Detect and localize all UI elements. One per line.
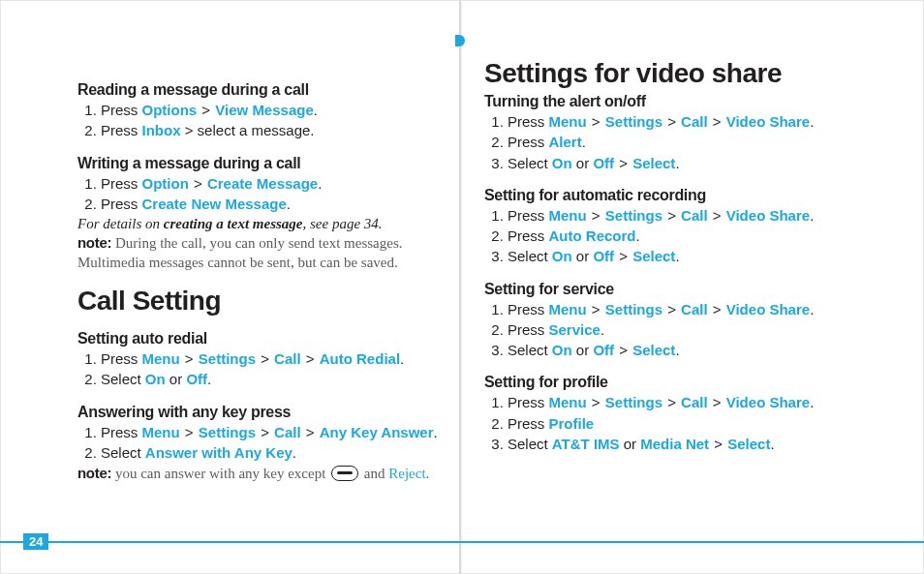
step-text: . [293, 444, 296, 461]
note-body: and [360, 466, 388, 481]
heading-call-setting: Call Setting [77, 286, 455, 317]
section-service-steps: Press Menu > Settings > Call > Video Sha… [502, 300, 862, 361]
path-separator: > [587, 113, 605, 130]
ui-path-token: On [552, 155, 572, 171]
ui-path-token: Menu [549, 394, 587, 410]
step-text: Select [101, 371, 145, 387]
step-text: . [434, 424, 438, 440]
step-text: . [810, 113, 814, 130]
ui-path-token: Options [142, 102, 198, 118]
ui-path-token: Create Message [207, 175, 318, 192]
left-column: Reading a message during a call Press Op… [77, 58, 455, 484]
step-text: . [770, 436, 774, 452]
manual-page: Reading a message during a call Press Op… [0, 0, 924, 574]
ui-path-token: Settings [605, 301, 662, 317]
ui-path-token: Menu [549, 301, 587, 317]
ui-path-token: Settings [199, 350, 256, 367]
list-item: Select On or Off. [101, 370, 455, 389]
note-body: . [426, 466, 430, 481]
step-text: Press [508, 415, 549, 432]
end-call-key-icon [331, 466, 358, 481]
step-text: Press [508, 321, 549, 338]
step-text: Select [508, 248, 552, 264]
list-item: Select AT&T IMS or Media Net > Select. [508, 435, 862, 454]
path-separator: > [587, 301, 605, 317]
note-body: During the call, you can only send text … [77, 235, 403, 270]
list-item: Press Alert. [508, 133, 862, 152]
list-item: Select On or Off > Select. [508, 341, 862, 360]
note-text: For details on [77, 216, 164, 231]
step-text: . [810, 301, 814, 317]
ui-path-token: Alert [549, 134, 582, 150]
section-reading-title: Reading a message during a call [77, 81, 455, 99]
step-text: Press [508, 394, 549, 410]
step-text: . [582, 134, 586, 150]
ui-path-token: Service [549, 321, 601, 338]
list-item: Press Menu > Settings > Call > Video Sha… [508, 206, 862, 226]
ui-path-token: Off [593, 155, 614, 171]
note-label: note: [77, 234, 111, 251]
path-separator: > [662, 113, 681, 130]
ui-path-token: On [552, 342, 572, 358]
path-separator: > [587, 207, 605, 224]
ui-path-token: Settings [199, 424, 256, 440]
step-text: . [601, 321, 604, 338]
ui-path-token: Profile [549, 415, 595, 432]
step-text: Press [508, 113, 549, 130]
path-separator: > [614, 342, 632, 358]
step-text: . [318, 175, 322, 192]
ui-path-token: Call [681, 301, 708, 317]
list-item: Press Service. [508, 320, 862, 340]
path-separator: > [614, 248, 632, 264]
step-text: Select [508, 436, 552, 452]
step-text: Press [101, 196, 142, 212]
path-separator: > [708, 394, 726, 410]
step-text: . [675, 248, 679, 264]
ui-path-token: On [552, 248, 572, 264]
path-separator: > [256, 350, 274, 367]
step-text: or [620, 436, 641, 452]
ui-path-token: Select [632, 155, 675, 171]
path-separator: > [301, 350, 320, 367]
ui-path-token: Any Key Answer [320, 424, 434, 440]
step-text: or [572, 342, 594, 358]
page-number: 24 [23, 533, 48, 550]
section-profile-steps: Press Menu > Settings > Call > Video Sha… [502, 393, 862, 454]
step-text: . [287, 196, 291, 212]
list-item: Select Answer with Any Key. [101, 443, 455, 463]
list-item: Press Menu > Settings > Call > Any Key A… [101, 423, 455, 442]
path-separator: > [662, 301, 681, 317]
list-item: Press Menu > Settings > Call > Video Sha… [508, 393, 862, 412]
ui-path-token: Answer with Any Key [145, 444, 293, 461]
list-item: Press Auto Record. [508, 227, 862, 246]
ui-path-token: Menu [142, 424, 180, 440]
ui-path-token: Option [142, 175, 189, 192]
list-item: Press Option > Create Message. [101, 174, 455, 194]
section-reading-steps: Press Options > View Message. Press Inbo… [95, 101, 455, 141]
section-writing-title: Writing a message during a call [77, 155, 455, 172]
step-text: Press [101, 424, 142, 440]
path-separator: > [708, 207, 726, 224]
ui-path-token: Select [632, 248, 675, 264]
step-text: Press [101, 350, 142, 367]
step-text: or [166, 371, 187, 387]
path-separator: > [189, 175, 207, 192]
ui-path-token: Call [681, 207, 708, 224]
section-profile-title: Setting for profile [484, 374, 862, 391]
step-text: . [810, 394, 814, 410]
section-autorecord-steps: Press Menu > Settings > Call > Video Sha… [502, 206, 862, 267]
step-text: Press [508, 207, 549, 224]
path-separator: > [587, 394, 605, 410]
ui-path-token: Auto Record [549, 227, 636, 244]
path-separator: > [256, 424, 274, 440]
step-text: Press [101, 175, 142, 192]
path-separator: > [662, 394, 681, 410]
ui-path-token: Video Share [726, 394, 810, 410]
step-text: . [675, 342, 679, 358]
ui-path-token: Menu [549, 113, 587, 130]
path-separator: > [708, 113, 726, 130]
step-text: or [572, 248, 594, 264]
ui-path-token: Menu [549, 207, 587, 224]
section-service-title: Setting for service [484, 281, 862, 298]
ui-path-token: Video Share [726, 301, 810, 317]
